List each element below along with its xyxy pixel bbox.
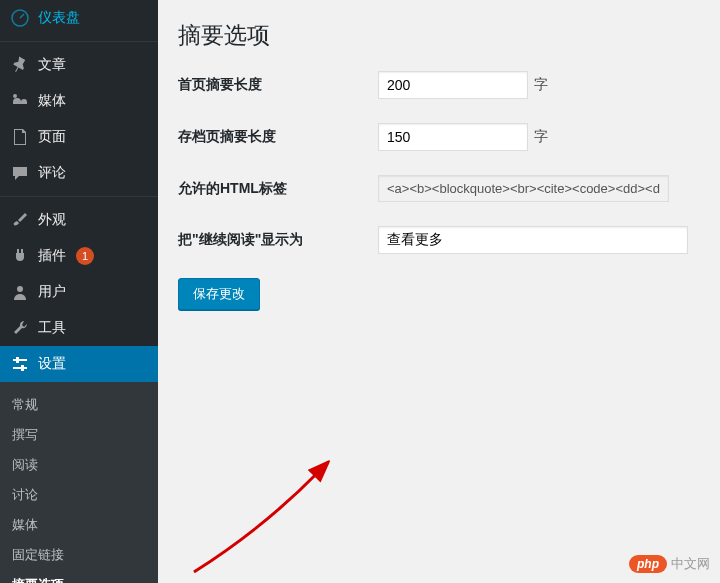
submenu-writing[interactable]: 撰写 — [0, 420, 158, 450]
archive-excerpt-length-input[interactable] — [378, 123, 528, 151]
sidebar-item-label: 媒体 — [38, 92, 66, 110]
field-label: 允许的HTML标签 — [178, 180, 378, 198]
page-icon — [10, 127, 30, 147]
sidebar-item-media[interactable]: 媒体 — [0, 83, 158, 119]
sidebar-item-label: 文章 — [38, 56, 66, 74]
sidebar-item-label: 插件 — [38, 247, 66, 265]
sidebar-item-label: 设置 — [38, 355, 66, 373]
admin-sidebar: 仪表盘 文章 媒体 页面 评论 外观 插件 1 用户 工具 设置 常规 撰写 — [0, 0, 158, 583]
logo-text: 中文网 — [671, 555, 710, 573]
pin-icon — [10, 55, 30, 75]
settings-icon — [10, 354, 30, 374]
sidebar-item-label: 页面 — [38, 128, 66, 146]
sidebar-item-posts[interactable]: 文章 — [0, 47, 158, 83]
sidebar-item-pages[interactable]: 页面 — [0, 119, 158, 155]
field-label: 存档页摘要长度 — [178, 128, 378, 146]
plugin-icon — [10, 246, 30, 266]
comment-icon — [10, 163, 30, 183]
dashboard-icon — [10, 8, 30, 28]
row-home-excerpt-length: 首页摘要长度 字 — [178, 71, 720, 99]
media-icon — [10, 91, 30, 111]
svg-rect-4 — [16, 357, 19, 363]
submenu-general[interactable]: 常规 — [0, 390, 158, 420]
svg-point-1 — [17, 286, 23, 292]
watermark-logo: php 中文网 — [629, 555, 710, 573]
settings-submenu: 常规 撰写 阅读 讨论 媒体 固定链接 摘要选项 — [0, 382, 158, 583]
sidebar-item-label: 外观 — [38, 211, 66, 229]
page-title: 摘要选项 — [178, 20, 720, 51]
sidebar-item-appearance[interactable]: 外观 — [0, 202, 158, 238]
row-read-more-text: 把"继续阅读"显示为 — [178, 226, 720, 254]
tool-icon — [10, 318, 30, 338]
submenu-media[interactable]: 媒体 — [0, 510, 158, 540]
field-label: 把"继续阅读"显示为 — [178, 231, 378, 249]
separator — [0, 196, 158, 197]
submenu-reading[interactable]: 阅读 — [0, 450, 158, 480]
sidebar-item-tools[interactable]: 工具 — [0, 310, 158, 346]
sidebar-item-label: 工具 — [38, 319, 66, 337]
row-archive-excerpt-length: 存档页摘要长度 字 — [178, 123, 720, 151]
svg-rect-3 — [13, 367, 27, 369]
svg-rect-2 — [13, 359, 27, 361]
save-button[interactable]: 保存更改 — [178, 278, 260, 310]
logo-badge: php — [629, 555, 667, 573]
submenu-excerpt-options[interactable]: 摘要选项 — [0, 570, 158, 583]
brush-icon — [10, 210, 30, 230]
submenu-permalinks[interactable]: 固定链接 — [0, 540, 158, 570]
sidebar-item-label: 用户 — [38, 283, 66, 301]
field-suffix: 字 — [534, 128, 548, 146]
annotation-arrow-icon — [164, 455, 352, 583]
sidebar-item-plugins[interactable]: 插件 1 — [0, 238, 158, 274]
sidebar-item-settings[interactable]: 设置 — [0, 346, 158, 382]
svg-rect-5 — [21, 365, 24, 371]
main-content: 摘要选项 首页摘要长度 字 存档页摘要长度 字 允许的HTML标签 <a><b>… — [158, 0, 720, 583]
sidebar-item-label: 仪表盘 — [38, 9, 80, 27]
update-badge: 1 — [76, 247, 94, 265]
submenu-discussion[interactable]: 讨论 — [0, 480, 158, 510]
separator — [0, 41, 158, 42]
field-label: 首页摘要长度 — [178, 76, 378, 94]
sidebar-item-label: 评论 — [38, 164, 66, 182]
home-excerpt-length-input[interactable] — [378, 71, 528, 99]
sidebar-item-users[interactable]: 用户 — [0, 274, 158, 310]
sidebar-item-comments[interactable]: 评论 — [0, 155, 158, 191]
user-icon — [10, 282, 30, 302]
sidebar-item-dashboard[interactable]: 仪表盘 — [0, 0, 158, 36]
field-suffix: 字 — [534, 76, 548, 94]
read-more-text-input[interactable] — [378, 226, 688, 254]
allowed-html-tags-input[interactable]: <a><b><blockquote><br><cite><code><dd><d — [378, 175, 669, 202]
row-allowed-html-tags: 允许的HTML标签 <a><b><blockquote><br><cite><c… — [178, 175, 720, 202]
